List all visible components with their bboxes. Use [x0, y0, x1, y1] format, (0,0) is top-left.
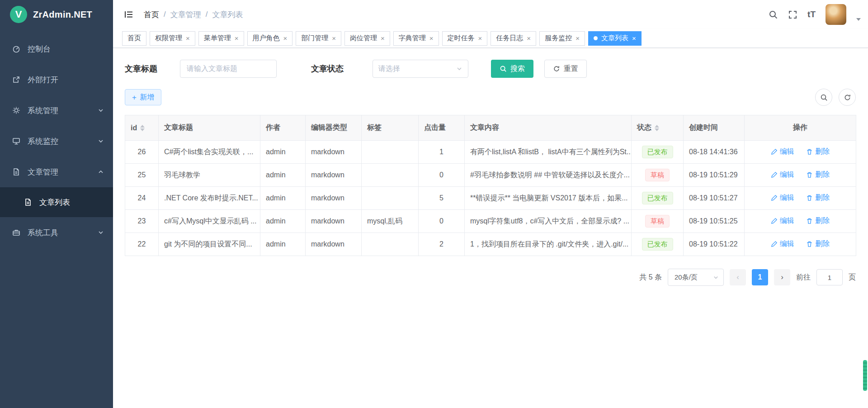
font-size-icon[interactable]: tT	[807, 9, 816, 19]
goto-label: 前往	[796, 273, 811, 282]
cell-title: c#写入Mysql中文显示乱码 ...	[159, 210, 260, 233]
app-logo[interactable]: V ZrAdmin.NET	[0, 0, 113, 29]
sort-carets-icon	[655, 125, 659, 131]
cell-created: 08-19 10:51:29	[684, 164, 745, 187]
edit-link[interactable]: 编辑	[771, 170, 794, 180]
breadcrumb-home[interactable]: 首页	[144, 9, 159, 20]
sidebar-item-system-tools[interactable]: 系统工具	[0, 217, 113, 248]
cell-created: 08-18 14:41:36	[684, 141, 745, 164]
fullscreen-icon[interactable]	[788, 10, 797, 19]
tab-home[interactable]: 首页	[122, 31, 146, 46]
reset-button[interactable]: 重置	[544, 60, 587, 78]
table-row: 22 git 为不同的项目设置不同... admin markdown 2 1，…	[125, 233, 856, 256]
sidebar-item-label: 系统工具	[28, 228, 58, 238]
column-header-id[interactable]: id	[125, 115, 159, 141]
goto-page-input[interactable]	[816, 269, 843, 285]
cell-author: admin	[260, 141, 306, 164]
cell-editor: markdown	[306, 210, 362, 233]
tab-task-log[interactable]: 任务日志×	[491, 31, 536, 46]
cell-clicks: 1	[419, 141, 465, 164]
search-icon[interactable]	[769, 10, 778, 19]
cell-clicks: 2	[419, 233, 465, 256]
tab-permission-mgmt[interactable]: 权限管理×	[150, 31, 195, 46]
sidebar-item-external-open[interactable]: 外部打开	[0, 64, 113, 95]
delete-link[interactable]: 删除	[806, 216, 830, 226]
delete-link[interactable]: 删除	[806, 170, 830, 180]
topbar-actions: tT	[769, 4, 861, 25]
edit-link[interactable]: 编辑	[771, 239, 794, 249]
user-avatar[interactable]	[826, 4, 846, 25]
sidebar-item-dashboard[interactable]: 控制台	[0, 33, 113, 64]
next-page-button[interactable]: ›	[774, 269, 790, 285]
close-icon[interactable]: ×	[576, 35, 580, 42]
close-icon[interactable]: ×	[186, 35, 190, 42]
sidebar-item-article-list[interactable]: 文章列表	[0, 187, 113, 217]
tab-service-monitor[interactable]: 服务监控×	[539, 31, 585, 46]
edit-link[interactable]: 编辑	[771, 216, 794, 226]
cell-content: 1，找到项目所在目录下的 .git/文件夹，进入.git/...	[465, 233, 632, 256]
column-header-status[interactable]: 状态	[632, 115, 684, 141]
user-menu-caret-icon[interactable]	[856, 18, 861, 21]
cell-clicks: 0	[419, 210, 465, 233]
column-header-tags: 标签	[362, 115, 419, 141]
edit-link[interactable]: 编辑	[771, 147, 794, 157]
article-title-input[interactable]	[180, 60, 277, 78]
page-size-select[interactable]: 20条/页	[668, 269, 724, 286]
close-icon[interactable]: ×	[332, 35, 336, 42]
article-title-label: 文章标题	[125, 63, 157, 74]
filter-form: 文章标题 文章状态 请选择 搜索 重置	[125, 60, 856, 78]
scrollbar-thumb[interactable]	[863, 360, 867, 391]
prev-page-button[interactable]: ‹	[730, 269, 746, 285]
cell-id: 22	[125, 233, 159, 256]
sidebar-item-system-monitor[interactable]: 系统监控	[0, 126, 113, 157]
tab-user-role[interactable]: 用户角色×	[247, 31, 293, 46]
close-icon[interactable]: ×	[478, 35, 482, 42]
cell-status: 草稿	[632, 210, 684, 233]
sidebar-item-system-mgmt[interactable]: 系统管理	[0, 95, 113, 126]
close-icon[interactable]: ×	[381, 35, 385, 42]
delete-link[interactable]: 删除	[806, 193, 830, 203]
status-badge: 已发布	[642, 238, 673, 251]
close-icon[interactable]: ×	[283, 35, 288, 42]
cell-author: admin	[260, 164, 306, 187]
refresh-button[interactable]	[839, 89, 856, 106]
tab-dept-mgmt[interactable]: 部门管理×	[296, 31, 341, 46]
cell-actions: 编辑 删除	[745, 233, 856, 256]
cell-editor: markdown	[306, 141, 362, 164]
chevron-up-icon	[98, 169, 104, 175]
search-button[interactable]: 搜索	[491, 60, 533, 78]
cell-actions: 编辑 删除	[745, 141, 856, 164]
status-badge: 草稿	[645, 215, 670, 228]
tab-scheduled-task[interactable]: 定时任务×	[442, 31, 488, 46]
cell-editor: markdown	[306, 164, 362, 187]
add-button[interactable]: + 新增	[125, 89, 161, 105]
sidebar-subitem-label: 文章列表	[39, 197, 70, 208]
page-number-1[interactable]: 1	[752, 269, 768, 285]
close-icon[interactable]: ×	[235, 35, 239, 42]
cell-actions: 编辑 删除	[745, 164, 856, 187]
plus-icon: +	[132, 94, 137, 101]
chevron-down-icon	[98, 138, 104, 144]
close-icon[interactable]: ×	[429, 35, 434, 42]
column-header-clicks: 点击量	[419, 115, 465, 141]
close-icon[interactable]: ×	[632, 35, 636, 42]
delete-link[interactable]: 删除	[806, 147, 830, 157]
column-header-editor: 编辑器类型	[306, 115, 362, 141]
cell-tags	[362, 141, 419, 164]
tab-post-mgmt[interactable]: 岗位管理×	[344, 31, 390, 46]
toggle-search-button[interactable]	[815, 89, 832, 106]
sidebar-menu: 控制台 外部打开 系统管理 系统监控 文章管理	[0, 33, 113, 248]
collapse-sidebar-icon[interactable]	[124, 9, 134, 19]
tab-menu-mgmt[interactable]: 菜单管理×	[198, 31, 244, 46]
close-icon[interactable]: ×	[527, 35, 531, 42]
breadcrumb-article-mgmt[interactable]: 文章管理	[170, 9, 201, 20]
delete-link[interactable]: 删除	[806, 239, 830, 249]
edit-link[interactable]: 编辑	[771, 193, 794, 203]
sidebar-item-article-mgmt[interactable]: 文章管理	[0, 157, 113, 187]
tab-dict-mgmt[interactable]: 字典管理×	[393, 31, 439, 46]
sidebar: V ZrAdmin.NET 控制台 外部打开 系统管理 系统监控	[0, 0, 113, 408]
cell-content: mysql字符集utf8，c#写入中文后，全部显示成? ...	[465, 210, 632, 233]
cell-author: admin	[260, 187, 306, 210]
tab-article-list[interactable]: 文章列表×	[588, 31, 642, 46]
article-status-select[interactable]: 请选择	[373, 60, 468, 78]
